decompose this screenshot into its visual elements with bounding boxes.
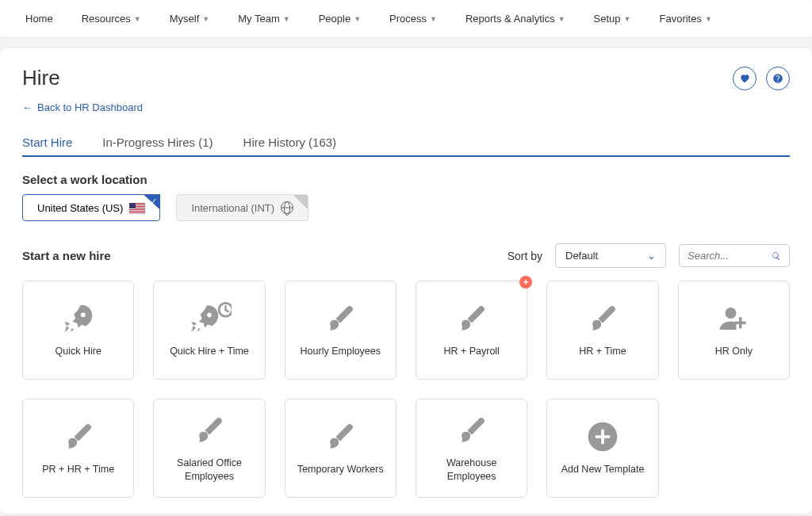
plus-circle-icon xyxy=(585,420,620,453)
back-link[interactable]: ← Back to HR Dashboard xyxy=(22,101,143,113)
rocket-icon xyxy=(60,302,97,335)
template-tile-quick-hire-time[interactable]: Quick Hire + Time xyxy=(153,281,265,380)
brush-icon xyxy=(323,420,358,453)
tile-label: Warehouse Employees xyxy=(423,457,520,483)
person-add-icon xyxy=(714,302,753,335)
search-box[interactable] xyxy=(679,244,790,267)
nav-item-people[interactable]: People▼ xyxy=(306,6,373,31)
tab-hire-history-[interactable]: Hire History (163) xyxy=(243,129,337,155)
caret-down-icon: ▼ xyxy=(134,15,141,23)
caret-down-icon: ▼ xyxy=(624,15,631,23)
template-tile-warehouse-employees[interactable]: Warehouse Employees xyxy=(416,399,527,498)
template-tile-hr-payroll[interactable]: +HR + Payroll xyxy=(416,281,527,380)
tile-label: Quick Hire + Time xyxy=(170,345,249,357)
brush-icon xyxy=(192,414,227,447)
arrow-left-icon: ← xyxy=(22,101,33,113)
nav-label: Reports & Analytics xyxy=(465,13,555,25)
location-options: United States (US)International (INT) xyxy=(22,194,790,221)
tile-badge-icon: + xyxy=(519,276,532,289)
tile-label: PR + HR + Time xyxy=(42,463,114,476)
heart-icon xyxy=(739,73,750,84)
top-nav: HomeResources▼Myself▼My Team▼People▼Proc… xyxy=(0,0,812,37)
nav-label: Myself xyxy=(170,13,200,25)
search-input[interactable] xyxy=(688,250,765,262)
sort-label: Sort by xyxy=(508,250,542,262)
caret-down-icon: ▼ xyxy=(354,15,361,23)
brush-icon xyxy=(585,302,620,335)
template-tile-pr-hr-time[interactable]: PR + HR + Time xyxy=(22,399,134,498)
rocket-clock-icon xyxy=(187,302,232,335)
template-tile-hr-time[interactable]: HR + Time xyxy=(546,281,658,380)
us-flag-icon xyxy=(129,203,145,213)
nav-item-myself[interactable]: Myself▼ xyxy=(157,6,222,31)
template-tile-quick-hire[interactable]: Quick Hire xyxy=(22,281,134,380)
brush-icon xyxy=(61,420,96,453)
template-tile-hourly-employees[interactable]: Hourly Employees xyxy=(285,281,396,380)
brush-icon xyxy=(454,414,489,447)
location-label: International (INT) xyxy=(191,202,274,214)
tile-label: Hourly Employees xyxy=(301,345,381,357)
tab-start-hire[interactable]: Start Hire xyxy=(22,129,72,155)
sort-value: Default xyxy=(565,250,598,262)
tile-label: HR Only xyxy=(715,345,753,357)
sort-search-controls: Sort by Default ⌄ xyxy=(508,243,790,268)
caret-down-icon: ▼ xyxy=(705,15,712,23)
caret-down-icon: ▼ xyxy=(283,15,290,23)
nav-label: Favorites xyxy=(660,13,702,25)
globe-icon xyxy=(281,201,293,214)
favorite-button[interactable] xyxy=(733,67,756,90)
nav-item-home[interactable]: Home xyxy=(13,6,66,31)
help-button[interactable] xyxy=(766,67,790,90)
tile-label: Salaried Office Employees xyxy=(160,457,258,483)
template-tiles: Quick HireQuick Hire + TimeHourly Employ… xyxy=(22,281,790,498)
sort-select[interactable]: Default ⌄ xyxy=(555,243,666,268)
template-tile-temporary-workers[interactable]: Temporary Workers xyxy=(285,399,396,498)
tab-in-progress-hires-[interactable]: In-Progress Hires (1) xyxy=(102,129,213,155)
location-label: United States (US) xyxy=(37,202,123,214)
template-tile-salaried-office-employees[interactable]: Salaried Office Employees xyxy=(153,399,265,498)
nav-item-favorites[interactable]: Favorites▼ xyxy=(647,6,725,31)
nav-label: Setup xyxy=(594,13,621,25)
tile-label: HR + Payroll xyxy=(443,345,500,357)
tile-label: Temporary Workers xyxy=(297,463,384,476)
nav-item-my-team[interactable]: My Team▼ xyxy=(225,6,302,31)
tile-label: Add New Template xyxy=(561,463,645,476)
tabs: Start HireIn-Progress Hires (1)Hire Hist… xyxy=(22,129,790,157)
nav-label: Home xyxy=(25,13,53,25)
template-tile-add-new-template[interactable]: Add New Template xyxy=(546,399,658,498)
main-panel: Hire ← Back to HR Dashboard Start HireIn… xyxy=(0,48,812,514)
brush-icon xyxy=(454,302,489,335)
location-heading: Select a work location xyxy=(22,173,790,186)
tile-label: Quick Hire xyxy=(55,345,101,357)
location-option-international-int-[interactable]: International (INT) xyxy=(176,194,308,221)
back-link-label: Back to HR Dashboard xyxy=(37,101,143,113)
nav-label: My Team xyxy=(238,13,280,25)
svg-point-1 xyxy=(726,308,737,319)
nav-label: People xyxy=(319,13,350,25)
newhire-heading: Start a new hire xyxy=(22,249,111,262)
caret-down-icon: ▼ xyxy=(430,15,437,23)
help-icon xyxy=(772,73,783,84)
page-title: Hire xyxy=(22,66,60,90)
nav-label: Resources xyxy=(82,13,131,25)
header-actions xyxy=(733,67,790,90)
template-tile-hr-only[interactable]: HR Only xyxy=(678,281,790,380)
caret-down-icon: ▼ xyxy=(202,15,209,23)
tile-label: HR + Time xyxy=(579,345,626,357)
location-option-united-states-us-[interactable]: United States (US) xyxy=(22,194,160,221)
brush-icon xyxy=(323,302,358,335)
caret-down-icon: ▼ xyxy=(558,15,565,23)
nav-item-reports-analytics[interactable]: Reports & Analytics▼ xyxy=(453,6,578,31)
search-icon xyxy=(772,250,781,262)
nav-item-process[interactable]: Process▼ xyxy=(377,6,450,31)
nav-item-setup[interactable]: Setup▼ xyxy=(581,6,644,31)
nav-item-resources[interactable]: Resources▼ xyxy=(69,6,154,31)
chevron-down-icon: ⌄ xyxy=(647,250,656,262)
nav-label: Process xyxy=(389,13,427,25)
